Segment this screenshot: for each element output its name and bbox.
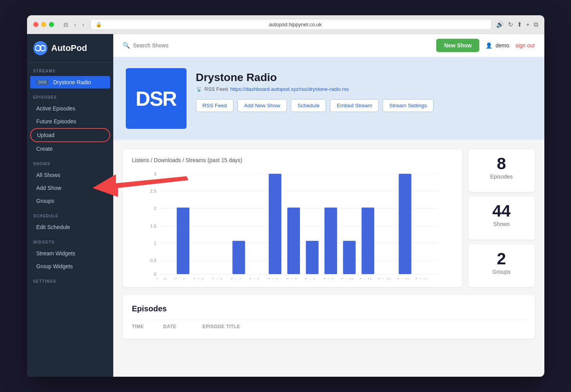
episodes-section: Episodes TIME DATE EPISODE TITLE [123,295,535,339]
sidebar-item-create[interactable]: Create [30,143,110,155]
svg-text:Feb 9: Feb 9 [323,278,334,279]
show-actions: RSS Feed Add New Show Schedule Embed Str… [196,99,532,112]
sidebar-item-groups[interactable]: Groups [30,195,110,207]
stat-shows-number: 44 [475,203,529,219]
col-date: DATE [163,324,203,329]
svg-text:2.5: 2.5 [150,188,156,194]
new-tab-icon[interactable]: + [526,21,529,28]
sidebar-item-label: Upload [37,132,54,138]
section-label-streams: STREAMS [27,63,113,76]
traffic-lights [33,22,54,27]
rss-feed-button[interactable]: RSS Feed [196,99,234,112]
rss-feed-info: 📡 RSS Feed https://dashboard.autopod.xyz… [196,86,532,92]
svg-text:Feb 7: Feb 7 [286,278,296,279]
forward-button[interactable]: › [81,21,86,29]
svg-text:Feb 8: Feb 8 [305,278,315,279]
search-input[interactable] [133,42,212,49]
sidebar-item-all-shows[interactable]: All Shows [30,169,110,181]
show-header: DSR Drystone Radio 📡 RSS Feed https://da… [113,57,544,140]
back-button[interactable]: ‹ [73,21,78,29]
bar-chart-svg: 3 2.5 2 1.5 1 0.5 0 [132,170,453,279]
sidebar-item-label: Stream Widgets [36,250,76,257]
tab-overview-icon[interactable]: ⧉ [534,21,538,28]
svg-text:3: 3 [154,171,156,177]
svg-text:1: 1 [154,240,156,246]
add-new-show-button[interactable]: Add New Show [237,99,287,112]
sign-out-link[interactable]: sign out [515,42,535,49]
sidebar-item-label: Drystone Radio [53,79,91,85]
search-icon: 🔍 [123,42,130,49]
url-display: autopod.hippynet.co.uk [104,22,486,27]
minimize-button[interactable] [41,22,46,27]
top-bar: 🔍 New Show 👤 demo sign out [113,34,544,57]
browser-actions: 🔊 ↻ ⬆ + ⧉ [496,21,538,28]
schedule-button[interactable]: Schedule [291,99,326,112]
show-logo: DSR [126,68,187,129]
svg-text:Feb 1: Feb 1 [175,278,185,279]
svg-text:2: 2 [154,206,156,211]
sidebar-item-add-show[interactable]: Add Show [30,182,110,194]
svg-rect-20 [306,241,318,274]
sidebar-item-edit-schedule[interactable]: Edit Schedule [30,221,110,233]
share-icon[interactable]: ⬆ [517,21,522,28]
show-title: Drystone Radio [196,71,532,84]
logo-text: AutoPod [51,43,87,53]
svg-text:Feb 14: Feb 14 [415,278,428,279]
refresh-icon[interactable]: ↻ [508,21,513,28]
stat-groups-label: Groups [475,269,529,275]
stat-card-shows: 44 Shows [468,197,535,239]
sidebar-toggle-icon[interactable]: ⊟ [62,21,70,29]
username-label: demo [495,42,509,49]
svg-rect-22 [343,241,355,274]
chart-container: 3 2.5 2 1.5 1 0.5 0 [132,170,453,279]
svg-text:Feb 13: Feb 13 [397,278,409,279]
stream-badge: DSR [36,80,49,85]
svg-text:1.5: 1.5 [150,223,156,229]
browser-window: ⊟ ‹ › 🔒 autopod.hippynet.co.uk 🔊 ↻ ⬆ + ⧉ [27,15,544,377]
col-time: TIME [132,324,163,329]
main-content: 🔍 New Show 👤 demo sign out DSR Drystone … [113,34,544,377]
sidebar-item-future-episodes[interactable]: Future Episodes [30,115,110,128]
stream-settings-button[interactable]: Stream Settings [382,99,433,112]
sidebar-item-label: Future Episodes [36,118,76,125]
address-bar[interactable]: 🔒 autopod.hippynet.co.uk [91,19,491,30]
close-button[interactable] [33,22,38,27]
maximize-button[interactable] [49,22,54,27]
sidebar-item-upload[interactable]: Upload [30,128,110,142]
security-icon: 🔒 [96,22,102,27]
svg-text:0: 0 [154,271,156,277]
sidebar-item-drystone-radio[interactable]: DSR Drystone Radio [30,76,110,89]
svg-rect-18 [268,174,281,274]
sidebar-item-label: Groups [36,198,54,204]
stat-card-episodes: 8 Episodes [468,149,535,192]
section-label-episodes: EPISODES [27,89,113,102]
new-show-button[interactable]: New Show [436,39,479,52]
sidebar-item-stream-widgets[interactable]: Stream Widgets [30,247,110,260]
show-info: Drystone Radio 📡 RSS Feed https://dashbo… [196,68,532,112]
stat-card-groups: 2 Groups [468,244,535,287]
chart-section: Listens / Downloads / Streams (past 15 d… [123,149,462,287]
svg-text:Feb 11: Feb 11 [359,278,372,279]
stat-episodes-label: Episodes [475,173,529,180]
svg-text:Feb 10: Feb 10 [341,278,353,279]
sidebar-item-label: Edit Schedule [36,224,70,230]
sidebar-item-active-episodes[interactable]: Active Episodes [30,102,110,115]
svg-rect-16 [176,208,189,274]
logo-pod: Pod [71,43,87,53]
chart-title: Listens / Downloads / Streams (past 15 d… [132,157,453,163]
svg-text:Feb 4: Feb 4 [230,278,241,279]
svg-rect-24 [399,174,411,274]
sidebar-item-label: Group Widgets [36,263,73,269]
rss-feed-url[interactable]: https://dashboard.autopod.xyz/rss/drysto… [230,86,349,92]
sidebar-item-label: Create [36,146,53,152]
embed-stream-button[interactable]: Embed Stream [330,99,379,112]
section-label-widgets: WIDGETS [27,234,113,247]
stat-episodes-number: 8 [475,155,529,172]
svg-text:Feb 2: Feb 2 [193,278,203,279]
stat-shows-label: Shows [475,221,529,227]
svg-text:Feb 12: Feb 12 [378,278,390,279]
svg-text:0.5: 0.5 [150,258,156,263]
sidebar-item-group-widgets[interactable]: Group Widgets [30,260,110,273]
section-label-settings: SETTINGS [27,273,113,286]
rss-icon: 📡 [196,86,202,92]
